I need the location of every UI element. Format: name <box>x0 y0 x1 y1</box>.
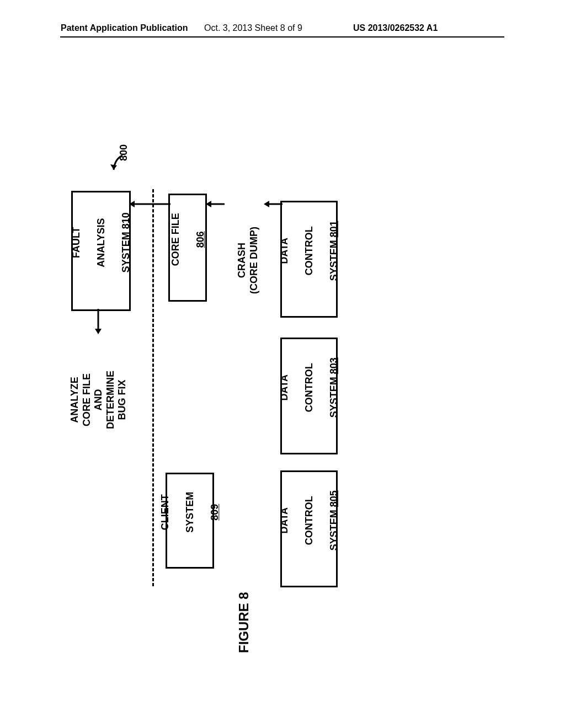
arrow-fault-to-analyze-icon <box>95 309 102 334</box>
diagram-figure-8: 800 DATA CONTROL SYSTEM 801 DATA CONTROL… <box>0 0 565 728</box>
box-data-control-system-803: DATA CONTROL SYSTEM 803 <box>280 338 338 454</box>
dcs1-line1: DATA <box>279 238 290 264</box>
arrow-corefile-to-fault-icon <box>129 201 170 207</box>
box-data-control-system-801: DATA CONTROL SYSTEM 801 <box>280 201 338 318</box>
arrow-dcs-to-crash-icon <box>264 201 282 207</box>
fault-line3: SYSTEM <box>120 229 131 273</box>
dcs3-line2: CONTROL <box>303 363 315 412</box>
dcs3-line3: SYSTEM <box>328 374 339 418</box>
corefile-line1: CORE FILE <box>169 213 180 266</box>
label-analyze: ANALYZE CORE FILE AND DETERMINE BUG FIX <box>69 347 130 452</box>
fault-num: 810 <box>120 212 131 229</box>
client-num: 809 <box>209 504 220 521</box>
ref-arrow-icon <box>110 154 132 176</box>
box-data-control-system-805: DATA CONTROL SYSTEM 805 <box>280 470 338 587</box>
svg-marker-2 <box>264 201 269 207</box>
box-fault-analysis-810: FAULT ANALYSIS SYSTEM 810 <box>71 191 131 311</box>
dcs3-line1: DATA <box>279 374 290 400</box>
label-crash: CRASH (CORE DUMP) <box>236 216 260 304</box>
figure-caption: FIGURE 8 <box>236 576 252 653</box>
box-core-file-806: CORE FILE 806 <box>168 194 207 302</box>
dcs5-line3: SYSTEM <box>328 507 339 551</box>
fault-line2: ANALYSIS <box>95 218 106 267</box>
svg-marker-8 <box>95 329 102 334</box>
box-client-system-809: CLIENT SYSTEM 809 <box>166 473 214 569</box>
dcs1-line3: SYSTEM <box>328 238 339 281</box>
dcs3-num: 803 <box>328 357 339 374</box>
dcs5-line1: DATA <box>279 507 290 533</box>
svg-marker-0 <box>110 164 117 170</box>
arrow-crash-to-corefile-icon <box>206 201 225 207</box>
dashed-divider <box>152 189 154 586</box>
dcs1-line2: CONTROL <box>303 226 315 275</box>
dcs5-line2: CONTROL <box>303 496 315 545</box>
client-line1: CLIENT <box>159 495 170 531</box>
client-line2: SYSTEM <box>184 492 195 533</box>
fault-line1: FAULT <box>71 227 82 259</box>
dcs1-num: 801 <box>328 221 339 237</box>
dcs5-num: 805 <box>328 490 339 507</box>
corefile-num: 806 <box>194 231 205 248</box>
